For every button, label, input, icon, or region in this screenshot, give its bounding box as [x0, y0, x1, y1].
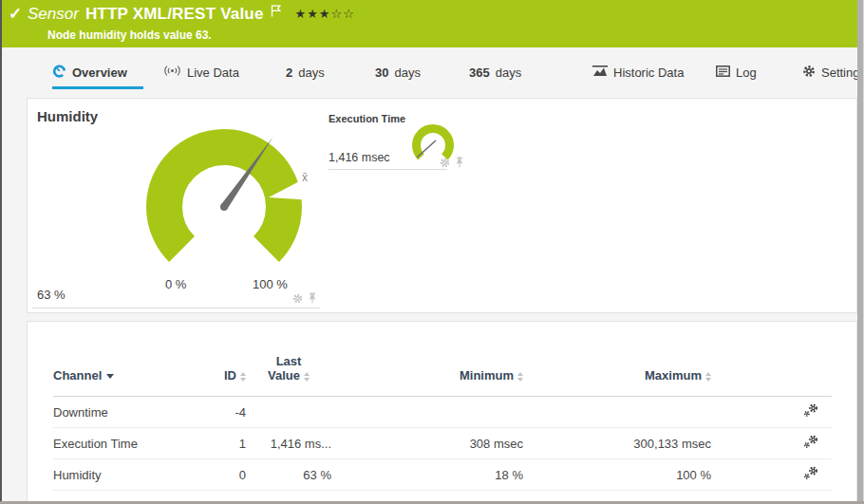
tab-2-days-label: days [298, 65, 324, 80]
gauge-icon [52, 64, 66, 81]
channel-maximum [523, 397, 711, 428]
channel-minimum: 308 msec [331, 428, 523, 459]
column-header-actions [711, 348, 832, 397]
window-left-border [0, 0, 2, 504]
active-tab-underline [52, 86, 143, 89]
tab-30-days[interactable]: 30 days [375, 47, 421, 87]
tab-live-data-label: Live Data [187, 65, 239, 80]
gauge-max-label: 100 % [253, 277, 288, 291]
tab-2-days-number: 2 [286, 65, 292, 80]
tab-log[interactable]: Log [716, 47, 757, 87]
humidity-widget-divider [32, 308, 320, 308]
execution-time-current-value: 1,416 msec [329, 151, 390, 164]
tab-settings[interactable]: Settings [802, 47, 864, 87]
column-header-channel[interactable]: Channel [53, 348, 196, 397]
average-marker-symbol: x̄ [302, 171, 308, 184]
table-row: Humidity 0 63 % 18 % 100 % [53, 459, 832, 491]
sensor-type-label: Sensor [28, 5, 79, 24]
channel-last-value [246, 397, 331, 428]
tab-2-days[interactable]: 2 days [286, 47, 325, 87]
channel-table: Channel ID Last Value Minimum Maximum [53, 348, 832, 491]
tab-overview-label: Overview [72, 65, 127, 80]
execution-time-widget-divider [329, 169, 447, 170]
tab-bar: Overview Live Data 2 days 30 days 365 da… [2, 47, 857, 90]
sensor-status-message: Node humidity holds value 63. [47, 28, 212, 42]
tab-log-label: Log [736, 65, 757, 80]
status-ok-check-icon: ✓ [9, 4, 22, 24]
sort-icon [304, 372, 310, 382]
tab-historic-data-label: Historic Data [613, 65, 684, 80]
flag-icon[interactable] [271, 4, 281, 21]
tab-30-days-number: 30 [375, 65, 388, 80]
channel-name: Execution Time [53, 428, 196, 459]
table-row: Execution Time 1 1,416 ms... 308 msec 30… [53, 428, 832, 459]
tab-365-days-label: days [496, 65, 521, 80]
pin-icon[interactable] [455, 157, 464, 168]
channel-settings-icon[interactable] [803, 466, 818, 480]
historic-chart-icon [592, 65, 608, 80]
channel-minimum [331, 397, 523, 428]
pin-icon[interactable] [308, 292, 317, 304]
channel-id: 0 [196, 459, 246, 491]
channel-id: -4 [196, 397, 246, 428]
log-list-icon [716, 65, 730, 80]
gear-icon [802, 65, 816, 81]
channel-settings-icon[interactable] [803, 403, 818, 418]
humidity-gauge [120, 117, 329, 307]
channels-panel: Channel ID Last Value Minimum Maximum [27, 321, 857, 504]
tab-365-days[interactable]: 365 days [469, 47, 521, 87]
priority-stars[interactable]: ★★★☆☆ [295, 7, 355, 21]
gauge-min-label: 0 % [165, 277, 186, 291]
column-header-last-value[interactable]: Last Value [246, 348, 331, 397]
broadcast-icon [163, 65, 181, 80]
channel-minimum: 18 % [331, 459, 523, 491]
sort-icon [705, 372, 711, 382]
execution-time-widget-title: Execution Time [329, 113, 405, 124]
sort-icon [240, 372, 246, 382]
tab-live-data[interactable]: Live Data [163, 47, 239, 87]
table-header-row: Channel ID Last Value Minimum Maximum [53, 348, 832, 397]
channel-name: Downtime [53, 397, 196, 428]
column-header-minimum[interactable]: Minimum [331, 348, 523, 397]
column-header-maximum[interactable]: Maximum [523, 348, 711, 397]
gear-icon[interactable] [440, 158, 450, 168]
tab-overview[interactable]: Overview [52, 47, 127, 87]
gear-icon[interactable] [292, 293, 303, 304]
sensor-status-header: ✓ Sensor HTTP XML/REST Value ★★★☆☆ Node … [2, 0, 857, 47]
channel-last-value: 1,416 ms... [246, 428, 331, 459]
column-header-id[interactable]: ID [196, 348, 246, 397]
sort-desc-icon [106, 374, 114, 379]
window-right-border [857, 0, 864, 504]
tab-30-days-label: days [394, 65, 420, 80]
tab-historic-data[interactable]: Historic Data [592, 47, 684, 87]
channel-maximum: 300,133 msec [523, 428, 711, 459]
sort-icon [517, 372, 523, 382]
table-row: Downtime -4 [53, 397, 832, 428]
channel-name: Humidity [53, 459, 196, 491]
overview-gauges-panel: Humidity x̄ 0 % 100 % 63 % Execution Tim… [27, 98, 857, 313]
channel-id: 1 [196, 428, 246, 459]
sensor-title: HTTP XML/REST Value [85, 5, 264, 24]
humidity-widget-title: Humidity [37, 108, 98, 124]
channel-settings-icon[interactable] [803, 435, 818, 449]
channel-last-value: 63 % [246, 459, 331, 491]
tab-365-days-number: 365 [469, 65, 490, 80]
humidity-current-value: 63 % [37, 288, 66, 302]
channel-maximum: 100 % [523, 459, 711, 491]
